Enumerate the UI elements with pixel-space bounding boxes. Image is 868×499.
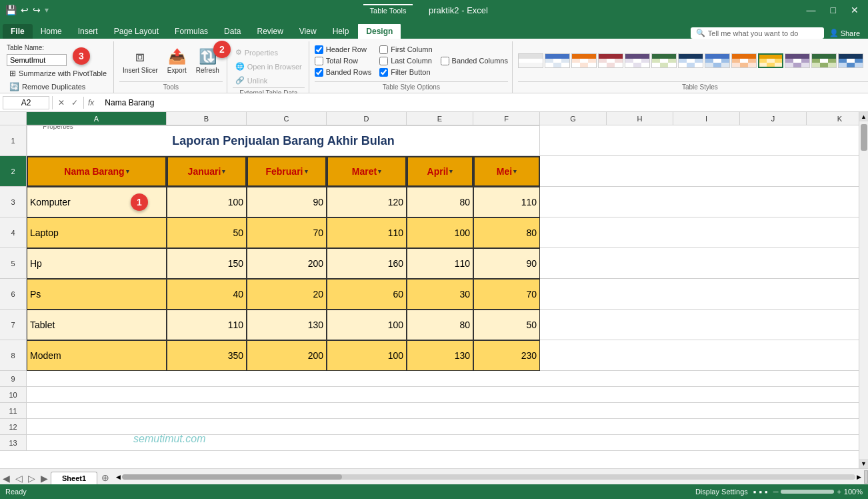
- cell-E4[interactable]: 100: [407, 217, 473, 248]
- banded-rows-checkbox[interactable]: [315, 68, 323, 77]
- dropdown-arrow-B2[interactable]: ▾: [222, 168, 225, 175]
- cell-C2-header[interactable]: Februari ▾: [247, 156, 327, 187]
- tab-insert[interactable]: Insert: [70, 24, 106, 39]
- style-light-6[interactable]: [678, 53, 703, 68]
- h-scrollbar[interactable]: ◀ ▶: [113, 474, 864, 480]
- row-num-10[interactable]: 10: [0, 387, 27, 403]
- style-light-4[interactable]: [625, 53, 650, 68]
- tab-help[interactable]: Help: [325, 24, 357, 39]
- normal-view-btn[interactable]: ▪: [753, 487, 757, 497]
- cell-reference-input[interactable]: [3, 96, 49, 109]
- refresh-btn[interactable]: 🔃 Refresh 2: [193, 46, 223, 76]
- page-break-view-btn[interactable]: ▪: [765, 487, 768, 497]
- style-light-none[interactable]: [518, 53, 543, 68]
- cell-A4[interactable]: Laptop: [27, 217, 167, 248]
- table-name-input[interactable]: [7, 54, 67, 66]
- style-med-4[interactable]: [785, 53, 810, 68]
- tab-view[interactable]: View: [291, 24, 325, 39]
- col-header-C[interactable]: C: [247, 112, 327, 125]
- cell-B3[interactable]: 100: [167, 187, 247, 217]
- tab-data[interactable]: Data: [216, 24, 249, 39]
- col-header-E[interactable]: E: [407, 112, 473, 125]
- col-header-G[interactable]: G: [540, 112, 607, 125]
- cell-A1-title[interactable]: Laporan Penjualan Barang Akhir Bulan: [27, 125, 540, 156]
- vertical-scrollbar[interactable]: ▲ ▼: [859, 112, 868, 468]
- last-col-checkbox[interactable]: [379, 57, 388, 65]
- cell-G3-empty[interactable]: [540, 187, 868, 217]
- tab-formulas[interactable]: Formulas: [167, 24, 216, 39]
- filter-btn-checkbox[interactable]: [379, 68, 388, 77]
- cell-E8[interactable]: 130: [407, 340, 473, 371]
- cell-G4-empty[interactable]: [540, 217, 868, 248]
- cell-C5[interactable]: 200: [247, 248, 327, 279]
- row-num-9[interactable]: 9: [0, 371, 27, 387]
- cell-row13-empty[interactable]: [27, 435, 868, 451]
- scroll-up-btn[interactable]: ▲: [859, 112, 868, 121]
- cell-C6[interactable]: 20: [247, 279, 327, 310]
- row-num-6[interactable]: 6: [0, 279, 27, 310]
- h-scroll-thumb[interactable]: [122, 474, 342, 480]
- cell-D8[interactable]: 100: [327, 340, 407, 371]
- row-num-12[interactable]: 12: [0, 419, 27, 435]
- cell-B7[interactable]: 110: [167, 310, 247, 340]
- cell-C7[interactable]: 130: [247, 310, 327, 340]
- first-col-check[interactable]: First Column: [379, 45, 432, 54]
- cell-A2-header[interactable]: Nama Barang ▾: [27, 156, 167, 187]
- summarize-pivot-btn[interactable]: ⊞ Summarize with PivotTable: [7, 67, 109, 79]
- cell-row9-empty[interactable]: [27, 371, 868, 387]
- cell-D5[interactable]: 160: [327, 248, 407, 279]
- col-header-A[interactable]: A: [27, 112, 167, 125]
- total-row-checkbox[interactable]: [315, 57, 323, 65]
- sheet-nav-next[interactable]: ▷: [25, 472, 38, 485]
- formula-cancel-icon[interactable]: ✕: [55, 97, 67, 109]
- cell-F4[interactable]: 80: [473, 217, 540, 248]
- cell-row10-empty[interactable]: [27, 387, 868, 403]
- row-num-3[interactable]: 3: [0, 187, 27, 217]
- total-row-check[interactable]: Total Row: [315, 57, 372, 65]
- cell-C3[interactable]: 90: [247, 187, 327, 217]
- first-col-checkbox[interactable]: [379, 45, 388, 54]
- cell-D7[interactable]: 100: [327, 310, 407, 340]
- cell-E2-header[interactable]: April ▾: [407, 156, 473, 187]
- dropdown-arrow-E2[interactable]: ▾: [449, 168, 453, 175]
- redo-icon[interactable]: ↪: [33, 5, 41, 15]
- style-med-6[interactable]: [838, 53, 863, 68]
- minimize-btn[interactable]: —: [803, 3, 820, 17]
- row-num-2[interactable]: 2: [0, 156, 27, 187]
- style-med-5[interactable]: [811, 53, 837, 68]
- cell-row11-empty[interactable]: [27, 403, 868, 419]
- export-btn[interactable]: 📤 Export: [164, 46, 190, 76]
- col-header-H[interactable]: H: [607, 112, 673, 125]
- cell-G5-empty[interactable]: [540, 248, 868, 279]
- close-btn[interactable]: ✕: [847, 3, 863, 17]
- tab-design[interactable]: Design: [357, 23, 402, 39]
- sheet-nav-left[interactable]: ◀: [0, 472, 13, 485]
- cell-E6[interactable]: 30: [407, 279, 473, 310]
- save-icon[interactable]: 💾: [5, 5, 17, 15]
- col-header-F[interactable]: F: [473, 112, 540, 125]
- add-sheet-btn[interactable]: ⊕: [97, 470, 113, 485]
- banded-rows-check[interactable]: Banded Rows: [315, 68, 372, 77]
- style-light-2[interactable]: [571, 53, 597, 68]
- style-med-2[interactable]: [731, 53, 757, 68]
- cell-E5[interactable]: 110: [407, 248, 473, 279]
- cell-E7[interactable]: 80: [407, 310, 473, 340]
- dropdown-arrow-F2[interactable]: ▾: [513, 168, 517, 175]
- filter-btn-check[interactable]: Filter Button: [379, 68, 432, 77]
- open-browser-btn[interactable]: 🌐 Open in Browser: [233, 61, 305, 72]
- zoom-in-btn[interactable]: +: [837, 488, 841, 496]
- style-light-1[interactable]: [545, 53, 570, 68]
- tab-page-layout[interactable]: Page Layout: [106, 24, 167, 39]
- cell-A7[interactable]: Tablet: [27, 310, 167, 340]
- banded-cols-checkbox[interactable]: [441, 57, 449, 65]
- cell-F5[interactable]: 90: [473, 248, 540, 279]
- sheet-nav-right[interactable]: ▶: [38, 472, 51, 485]
- style-light-3[interactable]: [598, 53, 623, 68]
- cell-G2-empty[interactable]: [540, 156, 868, 187]
- cell-G6-empty[interactable]: [540, 279, 868, 310]
- cell-F6[interactable]: 70: [473, 279, 540, 310]
- col-header-I[interactable]: I: [673, 112, 740, 125]
- zoom-out-btn[interactable]: ─: [773, 488, 779, 496]
- cell-D3[interactable]: 120: [327, 187, 407, 217]
- dropdown-arrow-A2[interactable]: ▾: [126, 168, 129, 175]
